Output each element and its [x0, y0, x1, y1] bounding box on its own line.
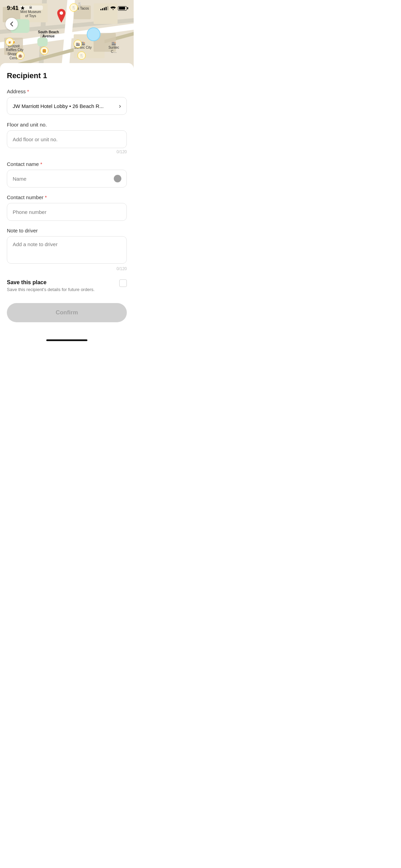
home-indicator [0, 336, 134, 343]
battery-icon [118, 6, 127, 11]
map-icon-brotzeit: 🍺 [5, 38, 14, 46]
contact-name-required: * [40, 161, 42, 167]
home-bar [46, 339, 87, 341]
address-input[interactable]: JW Marriott Hotel Lobby • 26 Beach R... … [7, 97, 127, 115]
address-required: * [27, 88, 29, 94]
map-view: 🏛 Mint Museum of Toys 🍴 Vatos Tacos 🏬 Su… [0, 0, 134, 69]
contact-number-field-group: Contact number * [7, 194, 127, 221]
form-container: Recipient 1 Address * JW Marriott Hotel … [0, 63, 134, 336]
note-label: Note to driver [7, 228, 127, 233]
contact-name-input[interactable] [7, 170, 127, 188]
address-field-group: Address * JW Marriott Hotel Lobby • 26 B… [7, 88, 127, 115]
status-bar: 9:41 [0, 0, 134, 14]
status-icons [100, 6, 127, 11]
map-icon-burger: 🍔 [40, 47, 48, 55]
floor-input[interactable] [7, 130, 127, 148]
note-char-count: 0/120 [7, 266, 127, 271]
contact-number-label: Contact number * [7, 194, 127, 200]
wifi-icon [110, 6, 116, 10]
name-input-wrapper [7, 170, 127, 188]
map-label-south-beach: South Beach Avenue [35, 30, 62, 38]
save-place-section: Save this place Save this recipient's de… [7, 278, 127, 293]
note-field-group: Note to driver 0/120 [7, 228, 127, 271]
contact-number-required: * [45, 194, 47, 200]
svg-point-1 [113, 9, 114, 10]
map-icon-hotel: 🏨 [16, 51, 24, 60]
contact-number-input[interactable] [7, 203, 127, 221]
address-label: Address * [7, 88, 127, 94]
map-icon-suntec: 🏬 [74, 40, 82, 48]
contact-name-label: Contact name * [7, 161, 127, 167]
status-time: 9:41 [7, 5, 25, 12]
floor-char-count: 0/120 [7, 149, 127, 154]
save-place-subtitle: Save this recipient's details for future… [7, 287, 95, 292]
map-label-suntec2: 🏬 Suntec C… [107, 41, 121, 54]
floor-label: Floor and unit no. [7, 122, 127, 128]
confirm-button[interactable]: Confirm [7, 303, 127, 322]
contact-icon-circle [114, 175, 121, 182]
save-place-title: Save this place [7, 279, 95, 286]
floor-field-group: Floor and unit no. 0/120 [7, 122, 127, 154]
section-title: Recipient 1 [7, 71, 127, 80]
contact-name-field-group: Contact name * [7, 161, 127, 188]
save-place-checkbox[interactable] [119, 279, 127, 287]
back-button[interactable] [5, 18, 18, 30]
address-chevron: › [119, 103, 121, 110]
map-icon-food: 🍴 [77, 51, 86, 60]
note-input[interactable] [7, 236, 127, 264]
signal-bars [100, 6, 108, 10]
